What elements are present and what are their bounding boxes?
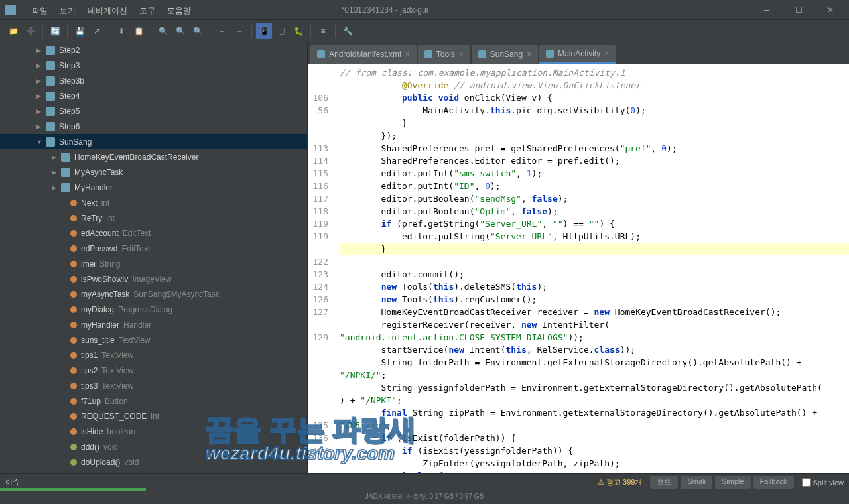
tree-node-SunSang[interactable]: ▼SunSang: [0, 134, 307, 149]
progress-bar: [0, 488, 146, 491]
editor-area: AndroidManifest.xml×Tools×SunSang×MainAc…: [308, 42, 849, 473]
tree-node-Next[interactable]: Nextint: [0, 195, 307, 210]
sync-icon[interactable]: 🔄: [47, 23, 63, 39]
tree-node-Step3b[interactable]: ▶Step3b: [0, 73, 307, 88]
titlebar: 파일보기네비게이션도구도움말 *01012341234 - jadx-gui ─…: [0, 0, 849, 20]
minimize-button[interactable]: ─: [753, 3, 780, 17]
menu-도움말[interactable]: 도움말: [162, 4, 196, 18]
search3-icon[interactable]: 🔍: [190, 23, 206, 39]
tree-node-myAsyncTask[interactable]: myAsyncTaskSunSang$MyAsyncTask: [0, 286, 307, 302]
tree-node-isPwdShowIv[interactable]: isPwdShowIvImageView: [0, 271, 307, 286]
forward-icon[interactable]: →: [231, 23, 247, 39]
tree-node-Step5[interactable]: ▶Step5: [0, 103, 307, 119]
open-icon[interactable]: 📁: [5, 23, 21, 39]
toolbar: 📁 ➕ 🔄 💾 ↗ ⬇ 📋 🔍 🔍 🔍 ← → 📱 ▢ 🐛 ≡ 🔧: [0, 20, 849, 42]
tree-node-MyAsyncTask[interactable]: ▶MyAsyncTask: [0, 164, 307, 180]
code-editor[interactable]: 10656 113114115116117118119119 122123124…: [308, 64, 849, 473]
tree-node-ddd()[interactable]: ddd()void: [0, 439, 307, 454]
tree-node-HomeKeyEventBroadCastReceiver[interactable]: ▶HomeKeyEventBroadCastReceiver: [0, 149, 307, 164]
deobf-icon[interactable]: 📱: [256, 23, 272, 39]
view-Smali[interactable]: Smali: [681, 476, 712, 489]
tree-node-edAccount[interactable]: edAccountEditText: [0, 225, 307, 241]
tab-SunSang[interactable]: SunSang×: [472, 45, 538, 64]
tree-node-isHide[interactable]: isHideboolean: [0, 424, 307, 439]
code-content[interactable]: // from class: com.example.myapplication…: [334, 64, 849, 473]
menu-파일[interactable]: 파일: [27, 4, 53, 18]
tree-node-edPasswd[interactable]: edPasswdEditText: [0, 241, 307, 256]
search-icon[interactable]: 🔍: [155, 23, 171, 39]
tree-node-tips1[interactable]: tips1TextView: [0, 347, 307, 363]
tree-node-Step6[interactable]: ▶Step6: [0, 119, 307, 134]
line-gutter: 10656 113114115116117118119119 122123124…: [308, 64, 334, 473]
view-Simple[interactable]: Simple: [715, 476, 751, 489]
warning-badge[interactable]: ⚠ 경고 399개: [598, 477, 642, 487]
sidebar-tree[interactable]: ▶Step2▶Step3▶Step3b▶Step4▶Step5▶Step6▼Su…: [0, 42, 308, 473]
list-icon[interactable]: ≡: [315, 23, 331, 39]
tab-Tools[interactable]: Tools×: [418, 45, 470, 64]
tree-node-Step2[interactable]: ▶Step2: [0, 42, 307, 58]
split-view-checkbox[interactable]: Split view: [802, 478, 844, 487]
bottombar: JADX 메모리 사용량: 0.17 GB / 0.97 GB: [0, 491, 849, 503]
view-Fallback[interactable]: Fallback: [753, 476, 794, 489]
back-icon[interactable]: ←: [214, 23, 230, 39]
menubar: 파일보기네비게이션도구도움말: [21, 3, 202, 19]
tab-close-icon[interactable]: ×: [459, 50, 464, 59]
add-icon[interactable]: ➕: [23, 23, 38, 39]
tree-node-f71up[interactable]: f71upButton: [0, 393, 307, 409]
tree-node-MyHandler[interactable]: ▶MyHandler: [0, 180, 307, 195]
flatten-icon[interactable]: 📋: [131, 23, 147, 39]
tree-node-Step4[interactable]: ▶Step4: [0, 88, 307, 103]
tree-node-Step3[interactable]: ▶Step3: [0, 58, 307, 73]
tree-node-suns_title[interactable]: suns_titleTextView: [0, 332, 307, 347]
tree-node-myDialog[interactable]: myDialogProgressDialog: [0, 302, 307, 317]
search2-icon[interactable]: 🔍: [172, 23, 188, 39]
tree-node-tips3[interactable]: tips3TextView: [0, 378, 307, 393]
settings-icon[interactable]: 🔧: [340, 23, 356, 39]
tree-node-REQUEST_CODE[interactable]: REQUEST_CODEint: [0, 409, 307, 424]
issue-label: 이슈:: [5, 477, 22, 487]
tab-close-icon[interactable]: ×: [527, 50, 531, 59]
tree-node-myHandler[interactable]: myHandlerHandler: [0, 317, 307, 332]
tab-AndroidManifest.xml[interactable]: AndroidManifest.xml×: [310, 45, 417, 64]
menu-도구[interactable]: 도구: [134, 4, 161, 18]
tree-node-doUpload()[interactable]: doUpload()void: [0, 454, 307, 470]
tool-icon[interactable]: ⬇: [113, 23, 129, 39]
app-icon: [5, 5, 16, 15]
tab-close-icon[interactable]: ×: [604, 49, 609, 58]
tree-node-imei[interactable]: imeiString: [0, 256, 307, 271]
log-icon[interactable]: 🐛: [291, 23, 306, 39]
editor-tabs: AndroidManifest.xml×Tools×SunSang×MainAc…: [308, 42, 849, 64]
memory-label: JADX 메모리 사용량: 0.17 GB / 0.97 GB: [365, 492, 484, 501]
close-button[interactable]: ✕: [817, 3, 844, 17]
tab-close-icon[interactable]: ×: [405, 50, 410, 59]
tree-node-tips2[interactable]: tips2TextView: [0, 363, 307, 378]
quark-icon[interactable]: ▢: [273, 23, 289, 39]
export-icon[interactable]: ↗: [89, 23, 105, 39]
tree-node-ReTry[interactable]: ReTryint: [0, 210, 307, 225]
maximize-button[interactable]: ☐: [785, 3, 812, 17]
menu-보기[interactable]: 보기: [54, 4, 81, 18]
save-icon[interactable]: 💾: [72, 23, 88, 39]
main-area: ▶Step2▶Step3▶Step3b▶Step4▶Step5▶Step6▼Su…: [0, 42, 849, 473]
view-코드[interactable]: 코드: [650, 476, 678, 489]
menu-네비게이션[interactable]: 네비게이션: [82, 4, 133, 18]
tab-MainActivity[interactable]: MainActivity×: [539, 45, 616, 64]
